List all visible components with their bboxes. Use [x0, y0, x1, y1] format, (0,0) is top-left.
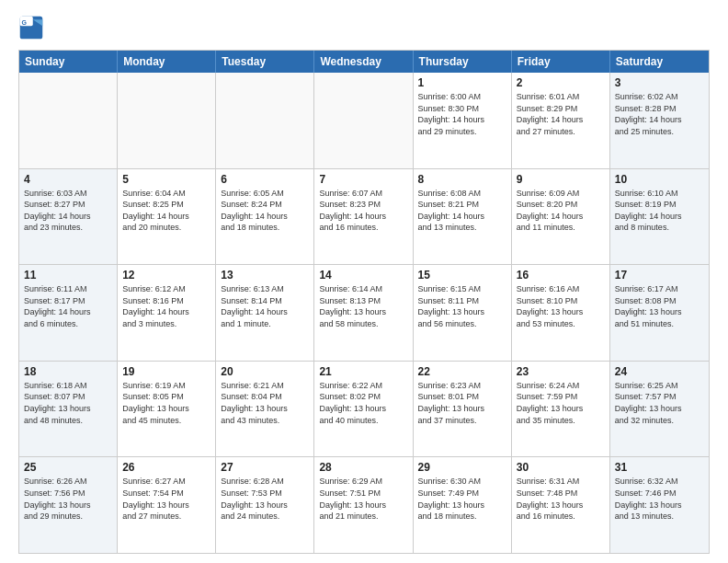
calendar-row-1: 4Sunrise: 6:03 AM Sunset: 8:27 PM Daylig…	[19, 168, 709, 265]
day-info: Sunrise: 6:04 AM Sunset: 8:25 PM Dayligh…	[122, 188, 210, 234]
day-cell-29: 29Sunrise: 6:30 AM Sunset: 7:49 PM Dayli…	[414, 457, 512, 553]
day-info: Sunrise: 6:16 AM Sunset: 8:10 PM Dayligh…	[517, 283, 605, 329]
day-info: Sunrise: 6:28 AM Sunset: 7:53 PM Dayligh…	[221, 476, 309, 522]
empty-cell	[314, 73, 413, 168]
day-info: Sunrise: 6:23 AM Sunset: 8:01 PM Dayligh…	[418, 380, 506, 426]
day-number: 20	[221, 365, 309, 378]
day-number: 22	[418, 365, 506, 378]
day-info: Sunrise: 6:21 AM Sunset: 8:04 PM Dayligh…	[221, 380, 309, 426]
day-cell-28: 28Sunrise: 6:29 AM Sunset: 7:51 PM Dayli…	[314, 457, 413, 553]
day-number: 2	[517, 76, 605, 89]
day-cell-16: 16Sunrise: 6:16 AM Sunset: 8:10 PM Dayli…	[512, 265, 610, 361]
day-info: Sunrise: 6:03 AM Sunset: 8:27 PM Dayligh…	[24, 188, 112, 234]
day-info: Sunrise: 6:14 AM Sunset: 8:13 PM Dayligh…	[319, 283, 407, 329]
logo-icon: G	[18, 15, 44, 40]
day-cell-30: 30Sunrise: 6:31 AM Sunset: 7:48 PM Dayli…	[512, 457, 610, 553]
weekday-header-friday: Friday	[512, 51, 610, 73]
day-info: Sunrise: 6:24 AM Sunset: 7:59 PM Dayligh…	[517, 380, 605, 426]
day-number: 9	[517, 173, 605, 186]
day-info: Sunrise: 6:07 AM Sunset: 8:23 PM Dayligh…	[319, 188, 407, 234]
day-number: 25	[24, 461, 112, 474]
weekday-header-saturday: Saturday	[610, 51, 709, 73]
day-info: Sunrise: 6:17 AM Sunset: 8:08 PM Dayligh…	[615, 283, 704, 329]
svg-text:G: G	[22, 19, 28, 26]
calendar-header: SundayMondayTuesdayWednesdayThursdayFrid…	[19, 51, 709, 73]
day-info: Sunrise: 6:29 AM Sunset: 7:51 PM Dayligh…	[319, 476, 407, 522]
day-number: 29	[418, 461, 506, 474]
day-cell-31: 31Sunrise: 6:32 AM Sunset: 7:46 PM Dayli…	[610, 457, 709, 553]
day-cell-1: 1Sunrise: 6:00 AM Sunset: 8:30 PM Daylig…	[414, 73, 512, 168]
day-number: 18	[24, 365, 112, 378]
day-info: Sunrise: 6:09 AM Sunset: 8:20 PM Dayligh…	[517, 188, 605, 234]
day-cell-3: 3Sunrise: 6:02 AM Sunset: 8:28 PM Daylig…	[610, 73, 709, 168]
day-info: Sunrise: 6:31 AM Sunset: 7:48 PM Dayligh…	[517, 476, 605, 522]
day-info: Sunrise: 6:12 AM Sunset: 8:16 PM Dayligh…	[122, 283, 210, 329]
day-number: 31	[615, 461, 704, 474]
day-cell-14: 14Sunrise: 6:14 AM Sunset: 8:13 PM Dayli…	[314, 265, 413, 361]
calendar-body: 1Sunrise: 6:00 AM Sunset: 8:30 PM Daylig…	[19, 73, 709, 553]
day-number: 14	[319, 269, 407, 282]
day-info: Sunrise: 6:22 AM Sunset: 8:02 PM Dayligh…	[319, 380, 407, 426]
page: G SundayMondayTuesdayWednesdayThursdayFr…	[0, 0, 728, 563]
day-cell-8: 8Sunrise: 6:08 AM Sunset: 8:21 PM Daylig…	[414, 169, 512, 265]
day-number: 19	[122, 365, 210, 378]
day-cell-17: 17Sunrise: 6:17 AM Sunset: 8:08 PM Dayli…	[610, 265, 709, 361]
day-cell-12: 12Sunrise: 6:12 AM Sunset: 8:16 PM Dayli…	[118, 265, 216, 361]
day-number: 5	[122, 173, 210, 186]
day-info: Sunrise: 6:00 AM Sunset: 8:30 PM Dayligh…	[418, 91, 506, 137]
day-number: 15	[418, 269, 506, 282]
day-number: 27	[221, 461, 309, 474]
day-cell-7: 7Sunrise: 6:07 AM Sunset: 8:23 PM Daylig…	[314, 169, 413, 265]
calendar: SundayMondayTuesdayWednesdayThursdayFrid…	[18, 50, 710, 554]
day-cell-21: 21Sunrise: 6:22 AM Sunset: 8:02 PM Dayli…	[314, 362, 413, 457]
calendar-row-3: 18Sunrise: 6:18 AM Sunset: 8:07 PM Dayli…	[19, 361, 709, 457]
day-cell-15: 15Sunrise: 6:15 AM Sunset: 8:11 PM Dayli…	[414, 265, 512, 361]
day-number: 21	[319, 365, 407, 378]
day-cell-23: 23Sunrise: 6:24 AM Sunset: 7:59 PM Dayli…	[512, 362, 610, 457]
day-number: 3	[615, 76, 704, 89]
day-info: Sunrise: 6:05 AM Sunset: 8:24 PM Dayligh…	[221, 188, 309, 234]
day-cell-20: 20Sunrise: 6:21 AM Sunset: 8:04 PM Dayli…	[216, 362, 314, 457]
logo: G	[18, 15, 48, 40]
weekday-header-sunday: Sunday	[19, 51, 118, 73]
day-number: 30	[517, 461, 605, 474]
day-cell-24: 24Sunrise: 6:25 AM Sunset: 7:57 PM Dayli…	[610, 362, 709, 457]
calendar-row-4: 25Sunrise: 6:26 AM Sunset: 7:56 PM Dayli…	[19, 456, 709, 553]
day-number: 6	[221, 173, 309, 186]
day-cell-13: 13Sunrise: 6:13 AM Sunset: 8:14 PM Dayli…	[216, 265, 314, 361]
day-info: Sunrise: 6:27 AM Sunset: 7:54 PM Dayligh…	[122, 476, 210, 522]
calendar-row-2: 11Sunrise: 6:11 AM Sunset: 8:17 PM Dayli…	[19, 264, 709, 361]
day-info: Sunrise: 6:08 AM Sunset: 8:21 PM Dayligh…	[418, 188, 506, 234]
day-cell-22: 22Sunrise: 6:23 AM Sunset: 8:01 PM Dayli…	[414, 362, 512, 457]
day-cell-27: 27Sunrise: 6:28 AM Sunset: 7:53 PM Dayli…	[216, 457, 314, 553]
day-cell-10: 10Sunrise: 6:10 AM Sunset: 8:19 PM Dayli…	[610, 169, 709, 265]
weekday-header-wednesday: Wednesday	[314, 51, 413, 73]
day-info: Sunrise: 6:13 AM Sunset: 8:14 PM Dayligh…	[221, 283, 309, 329]
day-info: Sunrise: 6:10 AM Sunset: 8:19 PM Dayligh…	[615, 188, 704, 234]
day-number: 17	[615, 269, 704, 282]
day-cell-26: 26Sunrise: 6:27 AM Sunset: 7:54 PM Dayli…	[118, 457, 216, 553]
empty-cell	[118, 73, 216, 168]
day-info: Sunrise: 6:02 AM Sunset: 8:28 PM Dayligh…	[615, 91, 704, 137]
day-number: 10	[615, 173, 704, 186]
day-info: Sunrise: 6:26 AM Sunset: 7:56 PM Dayligh…	[24, 476, 112, 522]
empty-cell	[216, 73, 314, 168]
day-number: 12	[122, 269, 210, 282]
day-number: 26	[122, 461, 210, 474]
day-cell-2: 2Sunrise: 6:01 AM Sunset: 8:29 PM Daylig…	[512, 73, 610, 168]
day-cell-6: 6Sunrise: 6:05 AM Sunset: 8:24 PM Daylig…	[216, 169, 314, 265]
day-number: 23	[517, 365, 605, 378]
weekday-header-thursday: Thursday	[414, 51, 512, 73]
day-cell-5: 5Sunrise: 6:04 AM Sunset: 8:25 PM Daylig…	[118, 169, 216, 265]
header: G	[18, 15, 710, 40]
day-number: 16	[517, 269, 605, 282]
day-info: Sunrise: 6:19 AM Sunset: 8:05 PM Dayligh…	[122, 380, 210, 426]
weekday-header-monday: Monday	[118, 51, 216, 73]
day-number: 28	[319, 461, 407, 474]
day-info: Sunrise: 6:11 AM Sunset: 8:17 PM Dayligh…	[24, 283, 112, 329]
day-info: Sunrise: 6:01 AM Sunset: 8:29 PM Dayligh…	[517, 91, 605, 137]
day-number: 7	[319, 173, 407, 186]
day-number: 11	[24, 269, 112, 282]
day-info: Sunrise: 6:30 AM Sunset: 7:49 PM Dayligh…	[418, 476, 506, 522]
day-number: 4	[24, 173, 112, 186]
